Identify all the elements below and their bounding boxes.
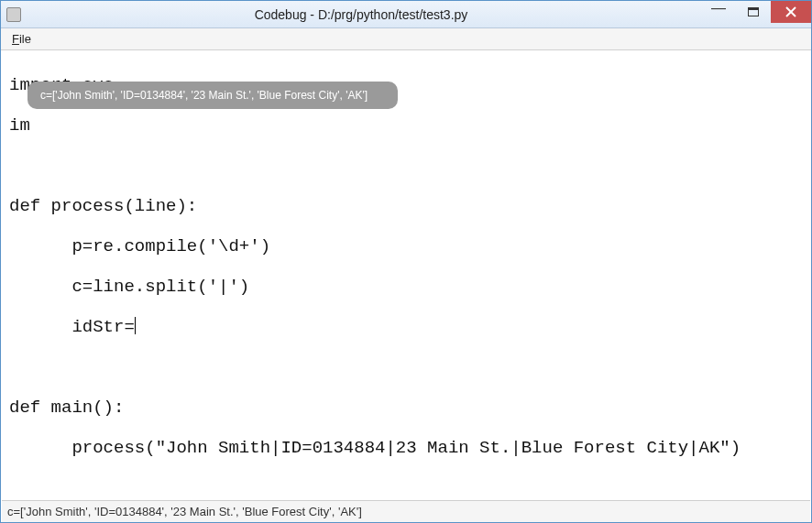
minimize-button[interactable]: —: [701, 1, 736, 23]
close-icon: [785, 6, 796, 17]
code-line: idStr=: [9, 317, 803, 337]
code-line: def process(line):: [9, 196, 803, 216]
maximize-icon: [748, 7, 759, 16]
code-editor[interactable]: import sys im def process(line): p=re.co…: [2, 51, 810, 498]
maximize-button[interactable]: [736, 1, 771, 23]
status-text: c=['John Smith', 'ID=0134884', '23 Main …: [7, 505, 362, 518]
code-line: def main():: [9, 398, 803, 418]
code-line: c=line.split('|'): [9, 277, 803, 297]
window-controls: —: [701, 1, 811, 27]
statusbar: c=['John Smith', 'ID=0134884', '23 Main …: [2, 500, 810, 522]
app-icon: [6, 7, 21, 22]
titlebar[interactable]: Codebug - D:/prg/python/test/test3.py —: [1, 1, 811, 28]
window-title: Codebug - D:/prg/python/test/test3.py: [21, 7, 701, 22]
code-line: [9, 357, 803, 377]
debug-tooltip: c=['John Smith', 'ID=0134884', '23 Main …: [27, 82, 398, 109]
menu-file[interactable]: File: [6, 30, 37, 48]
code-line: p=re.compile('\d+'): [9, 236, 803, 256]
close-button[interactable]: [771, 1, 811, 23]
menubar: File: [1, 28, 811, 50]
code-line: process("John Smith|ID=0134884|23 Main S…: [9, 438, 803, 458]
code-line: im: [9, 115, 803, 136]
code-line: [9, 156, 803, 176]
text-cursor: [135, 317, 136, 334]
code-line: [9, 478, 803, 498]
